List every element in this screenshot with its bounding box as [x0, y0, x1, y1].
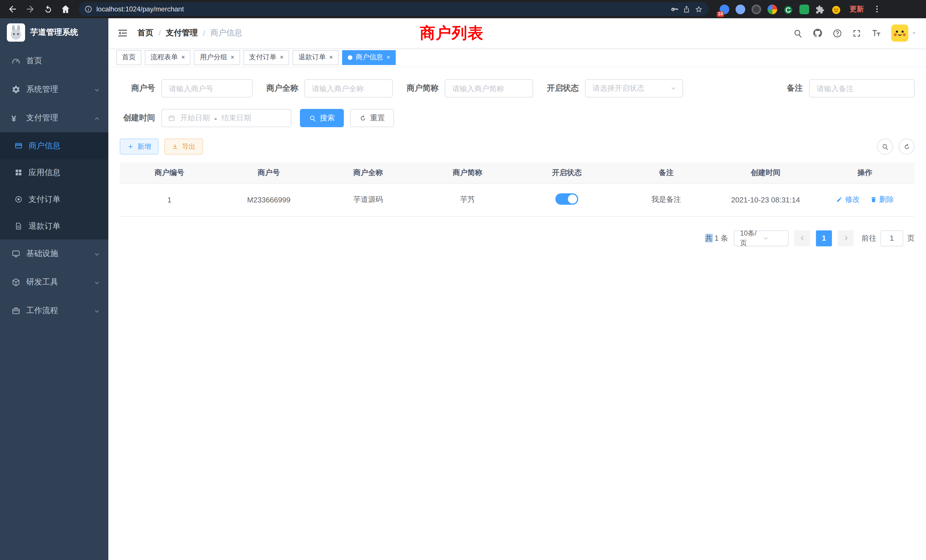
site-info-icon[interactable]: [85, 5, 92, 13]
sidebar-item-workflow[interactable]: 工作流程: [0, 297, 108, 325]
cell-id: 1: [120, 183, 219, 216]
extension-icon-blue[interactable]: 10: [720, 4, 729, 14]
page-1-button[interactable]: 1: [816, 230, 832, 246]
cell-merchant-no: M233666999: [219, 183, 319, 216]
caret-down-icon: [911, 30, 917, 36]
github-icon[interactable]: [813, 28, 823, 38]
share-icon[interactable]: [682, 5, 690, 13]
extension-icon-green-circle[interactable]: [784, 4, 793, 14]
browser-back-button[interactable]: [6, 2, 20, 16]
page-size-select[interactable]: 10条/页: [734, 230, 788, 246]
tab-pay-orders[interactable]: 支付订单 ×: [244, 50, 289, 65]
sidebar-item-payment[interactable]: ¥ 支付管理: [0, 104, 108, 132]
page-root: localhost:1024/pay/merchant 10 更新: [0, 0, 926, 560]
extension-icon-colorwheel[interactable]: [767, 4, 777, 14]
merchant-short-input[interactable]: [445, 79, 533, 97]
breadcrumb: 首页 / 支付管理 / 商户信息: [138, 28, 242, 38]
chevron-down-icon: [670, 85, 677, 92]
navbar-right-tools: [793, 24, 917, 42]
tab-merchant-info[interactable]: 商户信息 ×: [342, 50, 396, 65]
extension-icon-emoji[interactable]: [831, 4, 841, 14]
yen-icon: ¥: [11, 113, 21, 123]
sidebar-item-app-info[interactable]: 应用信息: [0, 159, 108, 186]
extension-icon-lightblue[interactable]: [735, 4, 745, 14]
bookmark-star-icon[interactable]: [694, 5, 703, 14]
cell-remark: 我是备注: [617, 183, 716, 216]
browser-home-button[interactable]: [59, 2, 73, 16]
add-button[interactable]: 新增: [120, 139, 159, 154]
reset-button[interactable]: 重置: [350, 109, 394, 127]
extensions-puzzle-icon[interactable]: [816, 4, 825, 14]
sidebar-collapse-icon[interactable]: [117, 27, 128, 39]
sidebar-item-refund-orders[interactable]: 退款订单: [0, 213, 108, 239]
col-merchant-no: 商户号: [219, 162, 319, 183]
delete-link[interactable]: 删除: [870, 194, 894, 205]
chevron-up-icon: [94, 114, 100, 123]
export-button[interactable]: 导出: [164, 139, 203, 154]
filter-row-1: 商户号 商户全称 商户简称 开启状态 请选择开启状态: [120, 79, 915, 97]
tab-refund-orders[interactable]: 退款订单 ×: [293, 50, 339, 65]
tab-process-form[interactable]: 流程表单 ×: [145, 50, 191, 65]
close-icon[interactable]: ×: [181, 54, 185, 61]
merchant-name-label: 商户全称: [266, 83, 298, 94]
credit-card-icon: [14, 141, 23, 150]
close-icon[interactable]: ×: [329, 54, 333, 61]
total-count: 共 1 条: [705, 233, 728, 243]
password-key-icon[interactable]: [670, 5, 679, 13]
sidebar-item-system[interactable]: 系统管理: [0, 75, 108, 104]
sidebar-item-home[interactable]: 首页: [0, 47, 108, 75]
refresh-table-icon-button[interactable]: [899, 139, 915, 154]
browser-chrome: localhost:1024/pay/merchant 10 更新: [0, 0, 926, 18]
fullscreen-icon[interactable]: [852, 28, 862, 38]
extensions-row: 10: [720, 4, 841, 14]
prev-page-button[interactable]: [794, 230, 810, 246]
cell-short-name: 芋艿: [418, 183, 517, 216]
header-search-icon[interactable]: [793, 28, 803, 38]
edit-link[interactable]: 修改: [836, 194, 860, 205]
extension-icon-green-square[interactable]: [799, 4, 809, 14]
browser-forward-button[interactable]: [23, 2, 37, 16]
breadcrumb-home[interactable]: 首页: [138, 28, 153, 38]
remark-input[interactable]: [809, 79, 915, 97]
close-icon[interactable]: ×: [387, 54, 390, 61]
merchant-short-label: 商户简称: [407, 83, 439, 94]
next-page-button[interactable]: [838, 230, 853, 246]
merchant-name-input[interactable]: [304, 79, 393, 97]
filter-row-2: 创建时间 开始日期 - 结束日期 搜索: [120, 109, 915, 127]
breadcrumb-payment[interactable]: 支付管理: [166, 28, 198, 38]
close-icon[interactable]: ×: [280, 54, 284, 61]
close-icon[interactable]: ×: [231, 54, 235, 61]
toggle-search-icon-button[interactable]: [877, 139, 893, 154]
user-avatar-menu[interactable]: [891, 24, 917, 42]
end-date-placeholder: 结束日期: [221, 113, 251, 123]
create-time-range-picker[interactable]: 开始日期 - 结束日期: [161, 109, 291, 127]
app-title: 芋道管理系统: [30, 27, 78, 38]
col-merchant-id: 商户编号: [120, 162, 219, 183]
browser-menu-icon[interactable]: [870, 2, 884, 16]
status-toggle[interactable]: [555, 193, 578, 204]
address-bar[interactable]: localhost:1024/pay/merchant: [79, 2, 709, 16]
tab-user-group[interactable]: 用户分组 ×: [194, 50, 240, 65]
merchant-no-input[interactable]: [161, 79, 253, 97]
status-label: 开启状态: [547, 83, 579, 94]
extension-badge: 10: [717, 11, 724, 17]
sidebar-item-merchant-info[interactable]: 商户信息: [0, 132, 108, 159]
extension-icon-dark[interactable]: [752, 4, 761, 14]
search-button[interactable]: 搜索: [300, 109, 344, 127]
cell-create-time: 2021-10-23 08:31:14: [716, 183, 816, 216]
avatar: [891, 24, 908, 42]
chevron-down-icon: [94, 278, 100, 287]
font-size-icon[interactable]: [871, 28, 882, 38]
browser-update-button[interactable]: 更新: [850, 4, 864, 14]
browser-reload-button[interactable]: [41, 2, 55, 16]
status-select[interactable]: 请选择开启状态: [585, 79, 683, 97]
sidebar-item-dev-tools[interactable]: 研发工具: [0, 268, 108, 297]
sidebar-item-pay-orders[interactable]: 支付订单: [0, 186, 108, 213]
target-icon: [14, 195, 23, 204]
help-icon[interactable]: [832, 28, 842, 38]
sidebar-item-infrastructure[interactable]: 基础设施: [0, 239, 108, 268]
breadcrumb-current: 商户信息: [210, 28, 242, 38]
goto-page-input[interactable]: [881, 230, 903, 246]
grid-icon: [14, 168, 23, 177]
tab-home[interactable]: 首页: [117, 50, 141, 65]
